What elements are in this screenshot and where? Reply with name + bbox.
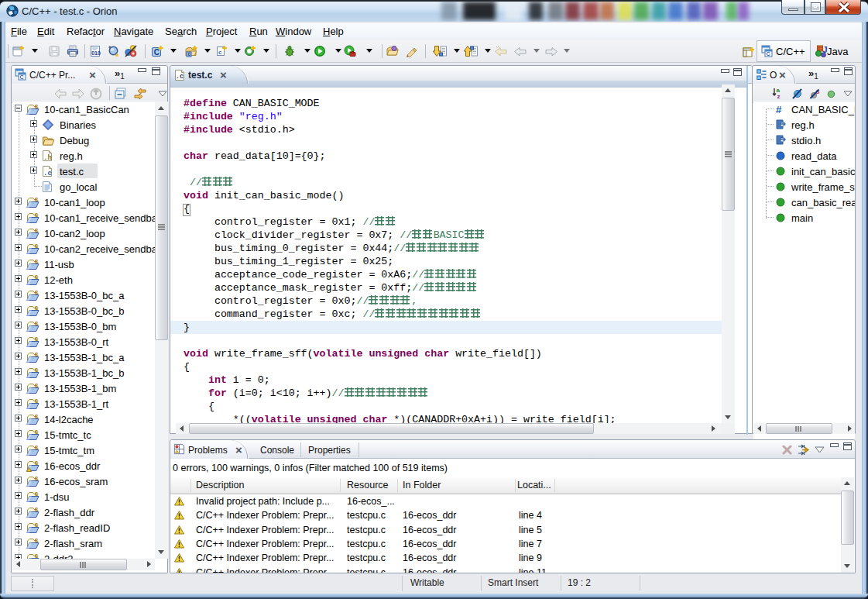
svg-text:z: z: [777, 93, 781, 99]
svg-text:c: c: [35, 491, 39, 498]
svg-text:c: c: [35, 274, 39, 281]
svg-text:C: C: [154, 48, 160, 57]
svg-text:c: c: [35, 553, 39, 559]
svg-text:c: c: [35, 258, 39, 266]
svg-text:.h: .h: [43, 154, 52, 162]
svg-text:c: c: [35, 398, 39, 405]
svg-text:.c: .c: [176, 73, 184, 81]
svg-text:C: C: [20, 74, 24, 80]
svg-text:c: c: [35, 289, 39, 297]
svg-text:c: c: [35, 382, 39, 390]
svg-text:c: c: [35, 103, 39, 111]
svg-text:C: C: [767, 51, 770, 57]
svg-text:c: c: [35, 444, 39, 452]
svg-text:c: c: [35, 243, 39, 250]
svg-text:c: c: [218, 49, 222, 56]
svg-text:c: c: [35, 227, 39, 235]
svg-text:#: #: [776, 104, 782, 115]
svg-text:.c: .c: [43, 170, 52, 177]
svg-text:c: c: [35, 506, 39, 514]
svg-text:c: c: [35, 320, 39, 328]
svg-text:c: c: [35, 336, 39, 343]
svg-text:c: c: [35, 305, 39, 312]
svg-text:010: 010: [91, 50, 101, 56]
svg-text:c: c: [35, 367, 39, 374]
svg-text:c: c: [35, 522, 39, 529]
svg-text:c: c: [35, 413, 39, 421]
svg-text:c: c: [35, 212, 39, 219]
svg-text:c: c: [35, 460, 39, 467]
svg-text:c: c: [35, 351, 39, 359]
svg-text:c: c: [35, 196, 39, 204]
svg-text:c: c: [35, 475, 39, 483]
svg-text:c: c: [188, 51, 191, 57]
svg-text:c: c: [35, 537, 39, 545]
svg-text:c: c: [35, 429, 39, 436]
